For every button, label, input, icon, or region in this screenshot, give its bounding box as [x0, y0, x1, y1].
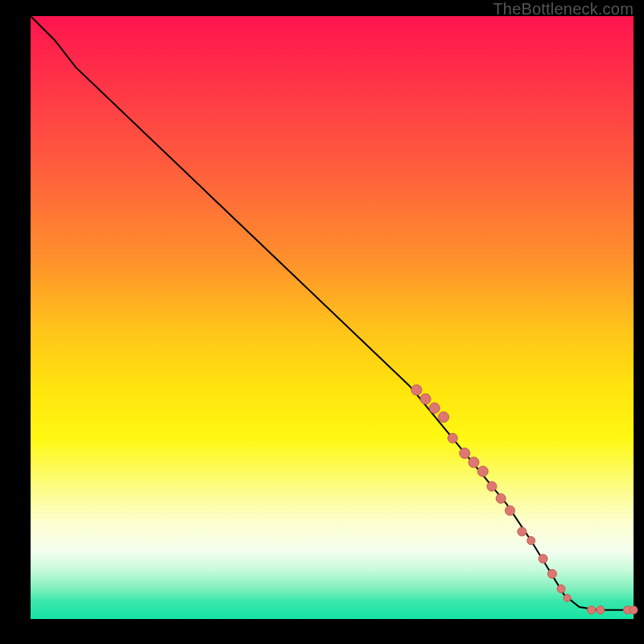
plot-area	[31, 16, 634, 619]
data-point-marker	[547, 569, 556, 578]
data-point-marker	[429, 402, 440, 413]
data-point-marker	[630, 606, 638, 614]
data-point-marker	[506, 506, 515, 515]
data-point-marker	[518, 527, 526, 536]
highlight-markers	[411, 385, 638, 614]
data-point-marker	[469, 457, 479, 468]
data-point-marker	[539, 555, 547, 564]
chart-svg	[31, 16, 634, 619]
data-point-marker	[439, 412, 449, 423]
data-point-marker	[477, 466, 488, 477]
data-point-marker	[496, 493, 506, 503]
data-point-marker	[487, 481, 497, 491]
bottleneck-curve	[31, 16, 634, 610]
chart-frame: TheBottleneck.com	[0, 0, 644, 644]
data-point-marker	[460, 448, 470, 459]
data-point-marker	[597, 606, 605, 614]
data-point-marker	[588, 606, 596, 614]
data-point-marker	[420, 394, 431, 404]
data-point-marker	[448, 433, 457, 443]
data-point-marker	[527, 537, 535, 545]
data-point-marker	[411, 385, 422, 395]
data-point-marker	[564, 594, 571, 601]
data-point-marker	[557, 585, 565, 593]
